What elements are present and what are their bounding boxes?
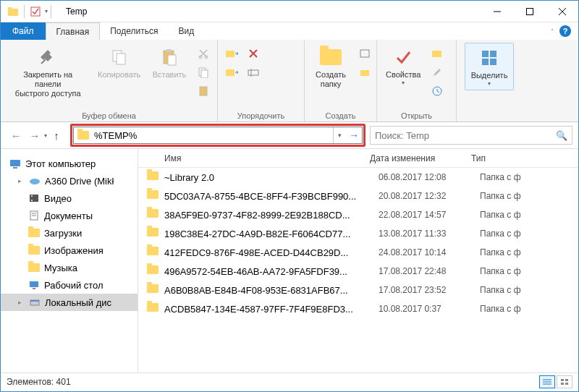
tab-share-label: Поделиться	[110, 26, 158, 36]
qat-properties-icon[interactable]	[28, 4, 43, 20]
svg-rect-28	[482, 59, 489, 65]
close-button[interactable]	[546, 1, 578, 22]
disk-icon	[29, 297, 41, 308]
svg-rect-12	[168, 55, 176, 65]
sidebar-item-label: Документы	[44, 210, 93, 221]
minimize-button[interactable]	[481, 1, 513, 22]
back-button[interactable]: ←	[7, 126, 25, 145]
sidebar-item[interactable]: Изображения	[1, 242, 138, 259]
view-details-button[interactable]	[539, 375, 555, 388]
table-row[interactable]: A6B0B8AB-E84B-4F08-953E-6831AFB67... 17.…	[138, 281, 578, 299]
copy-label: Копировать	[98, 70, 140, 80]
folder-icon	[147, 265, 159, 277]
tab-file[interactable]: Файл	[1, 22, 46, 40]
copy-button[interactable]: Копировать	[93, 43, 145, 82]
column-name[interactable]: Имя	[138, 153, 370, 163]
table-row[interactable]: 198C38E4-27DC-4A9D-B82E-F6064CD77... 13.…	[138, 224, 578, 243]
table-row[interactable]: ACDB5847-134E-4587-97FF-7F4F9E8FD3... 10…	[138, 299, 578, 318]
row-date: 24.08.2017 10:14	[379, 247, 480, 257]
svg-point-35	[31, 200, 33, 201]
sidebar-item[interactable]: ▸ A360 Drive (Mikł	[1, 172, 138, 189]
sidebar-this-pc[interactable]: Этот компьютер	[1, 155, 138, 172]
history-icon[interactable]	[429, 83, 445, 99]
folder-icon	[147, 284, 159, 296]
collapse-ribbon-icon[interactable]: ˅	[551, 28, 554, 35]
sidebar-item[interactable]: Музыка	[1, 259, 138, 276]
new-folder-label: Создать папку	[316, 70, 346, 89]
svg-rect-19	[226, 69, 234, 76]
pin-quick-access-button[interactable]: Закрепить на панели быстрого доступа	[5, 43, 90, 101]
move-to-icon[interactable]	[224, 46, 240, 61]
paste-shortcut-icon[interactable]	[195, 83, 211, 99]
sidebar-item[interactable]: Загрузки	[1, 224, 138, 242]
sidebar-item[interactable]: Видео	[1, 189, 138, 207]
qat-dropdown-icon[interactable]: ▾	[45, 8, 48, 14]
up-button[interactable]: ↑	[47, 126, 66, 145]
svg-rect-33	[30, 195, 38, 202]
svg-point-32	[30, 179, 40, 184]
address-input[interactable]	[93, 130, 333, 141]
new-folder-button[interactable]: Создать папку	[309, 43, 352, 92]
sidebar-item[interactable]: Документы	[1, 207, 138, 224]
row-type: Папка с ф	[480, 191, 578, 201]
svg-rect-24	[432, 51, 441, 57]
svg-rect-42	[30, 300, 39, 302]
column-headers[interactable]: Имя Дата изменения Тип	[138, 149, 578, 168]
delete-icon[interactable]	[245, 46, 261, 61]
column-type[interactable]: Тип	[471, 153, 578, 163]
sidebar-item[interactable]: ▸ Локальный дис	[1, 294, 138, 311]
sidebar-item-label: Локальный дис	[45, 297, 111, 308]
rename-icon[interactable]	[245, 64, 261, 80]
table-row[interactable]: 496A9572-54EB-46AB-AA72-9FA5FDF39... 17.…	[138, 262, 578, 281]
cut-icon[interactable]	[195, 46, 211, 61]
tab-view[interactable]: Вид	[168, 22, 204, 40]
table-row[interactable]: 38A5F9E0-9737-4F82-8999-2E92B188CD... 22…	[138, 205, 578, 224]
easy-access-icon[interactable]	[357, 64, 373, 80]
navigation-pane[interactable]: Этот компьютер ▸ A360 Drive (Mikł Видео …	[1, 149, 138, 372]
tab-home-label: Главная	[56, 27, 90, 37]
status-count: Элементов: 401	[7, 377, 71, 387]
file-rows[interactable]: ~Library 2.0 06.08.2017 12:08 Папка с ф …	[138, 168, 578, 372]
status-bar: Элементов: 401	[1, 372, 578, 390]
table-row[interactable]: 5DC03A7A-8755-4BCE-8FF4-F39BCBF990... 20…	[138, 187, 578, 205]
copy-path-icon[interactable]	[195, 64, 211, 80]
sidebar-item[interactable]: Рабочий стол	[1, 276, 138, 294]
table-row[interactable]: ~Library 2.0 06.08.2017 12:08 Папка с ф	[138, 168, 578, 187]
column-date[interactable]: Дата изменения	[370, 153, 471, 163]
svg-rect-1	[8, 7, 12, 9]
row-date: 22.08.2017 14:57	[379, 210, 480, 220]
view-large-icons-button[interactable]	[557, 375, 572, 388]
address-bar[interactable]: ▾ →	[73, 127, 363, 144]
svg-rect-23	[360, 70, 369, 76]
row-name: A6B0B8AB-E84B-4F08-953E-6831AFB67...	[164, 285, 379, 296]
address-go-button[interactable]: →	[346, 127, 362, 143]
ribbon-tabs: Файл Главная Поделиться Вид ˅ ?	[1, 22, 578, 40]
svg-rect-16	[201, 70, 208, 78]
select-button[interactable]: Выделить ▾	[465, 43, 515, 90]
tab-share[interactable]: Поделиться	[100, 22, 168, 40]
paste-button[interactable]: Вставить	[148, 43, 191, 82]
copy-to-icon[interactable]	[224, 64, 240, 80]
forward-button[interactable]: →	[25, 126, 44, 145]
tab-home[interactable]: Главная	[46, 22, 101, 40]
ribbon-group-clipboard: Закрепить на панели быстрого доступа Коп…	[1, 40, 218, 122]
clipboard-group-label: Буфер обмена	[5, 110, 213, 120]
select-dropdown-icon[interactable]: ▾	[488, 80, 491, 87]
search-icon[interactable]: 🔍	[556, 130, 567, 141]
sidebar-item-label: Рабочий стол	[44, 280, 103, 291]
table-row[interactable]: 412FEDC9-876F-498E-ACED-D44CB29D... 24.0…	[138, 243, 578, 262]
properties-dropdown-icon[interactable]: ▾	[402, 80, 405, 86]
address-dropdown-icon[interactable]: ▾	[333, 127, 346, 143]
row-name: 412FEDC9-876F-498E-ACED-D44CB29D...	[164, 247, 379, 258]
sidebar-item-label: Загрузки	[44, 228, 82, 239]
open-icon[interactable]	[429, 46, 445, 61]
help-icon[interactable]: ?	[559, 25, 571, 37]
row-type: Папка с ф	[480, 247, 578, 257]
maximize-button[interactable]	[513, 1, 546, 22]
sidebar-item-label: Видео	[44, 193, 72, 204]
search-box[interactable]: 🔍	[370, 126, 572, 145]
new-item-icon[interactable]	[357, 46, 373, 61]
properties-button[interactable]: Свойства ▾	[381, 43, 425, 89]
search-input[interactable]	[375, 130, 556, 141]
edit-icon[interactable]	[429, 64, 445, 80]
